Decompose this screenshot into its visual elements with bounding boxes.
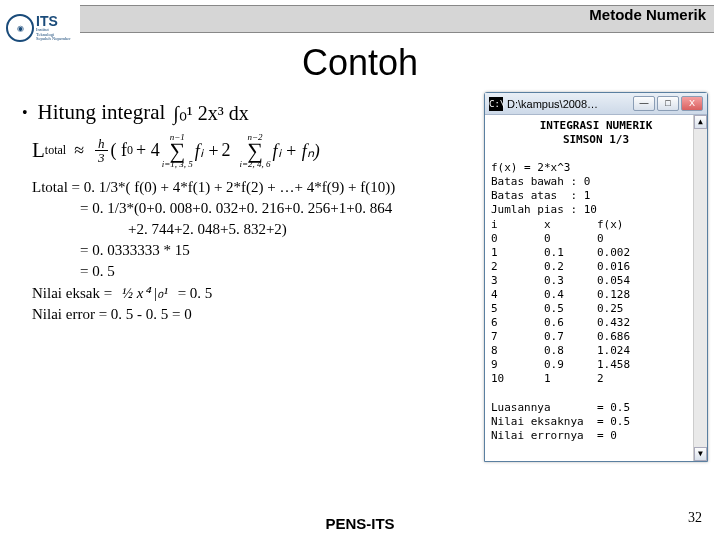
console-titlebar[interactable]: C:\ D:\kampus\2008… — □ X xyxy=(485,93,707,115)
bullet-text: Hitung integral xyxy=(38,100,166,125)
calc-line-6: Nilai eksak = ½ x⁴ |₀¹ = 0. 5 xyxy=(32,284,468,302)
minimize-button[interactable]: — xyxy=(633,96,655,111)
course-name: Metode Numerik xyxy=(589,6,706,23)
slide-title: Contoh xyxy=(0,42,720,84)
console-window: C:\ D:\kampus\2008… — □ X INTEGRASI NUME… xyxy=(484,92,708,462)
integral-formula: ∫₀¹ 2x³ dx xyxy=(173,101,248,125)
scroll-down-icon[interactable]: ▼ xyxy=(694,447,707,461)
cmd-icon: C:\ xyxy=(489,97,503,111)
calc-line-2: = 0. 1/3*(0+0. 008+0. 032+0. 216+0. 256+… xyxy=(80,200,468,217)
page-number: 32 xyxy=(688,510,702,526)
bullet-dot: • xyxy=(22,104,28,122)
console-output: INTEGRASI NUMERIKSIMSON 1/3 f(x) = 2*x^3… xyxy=(485,115,707,461)
calc-line-3: +2. 744+2. 048+5. 832+2) xyxy=(128,221,468,238)
slide-content: • Hitung integral ∫₀¹ 2x³ dx Ltotal ≈ h3… xyxy=(18,100,468,327)
calc-line-5: = 0. 5 xyxy=(80,263,468,280)
footer: PENS-ITS xyxy=(0,515,720,532)
calc-line-4: = 0. 0333333 * 15 xyxy=(80,242,468,259)
exact-formula: ½ x⁴ |₀¹ xyxy=(122,285,168,301)
close-button[interactable]: X xyxy=(681,96,703,111)
scroll-up-icon[interactable]: ▲ xyxy=(694,115,707,129)
calc-line-7: Nilai error = 0. 5 - 0. 5 = 0 xyxy=(32,306,468,323)
maximize-button[interactable]: □ xyxy=(657,96,679,111)
simpson-formula: Ltotal ≈ h3 ( f0 + 4 n−1∑i=1, 3, 5 fᵢ + … xyxy=(32,133,468,169)
console-scrollbar[interactable]: ▲▼ xyxy=(693,115,707,461)
crest-icon: ◉ xyxy=(6,14,34,42)
console-title: D:\kampus\2008… xyxy=(507,98,633,110)
calc-line-1: Ltotal = 0. 1/3*( f(0) + 4*f(1) + 2*f(2)… xyxy=(32,179,468,196)
logo-text: ITS xyxy=(36,14,71,28)
